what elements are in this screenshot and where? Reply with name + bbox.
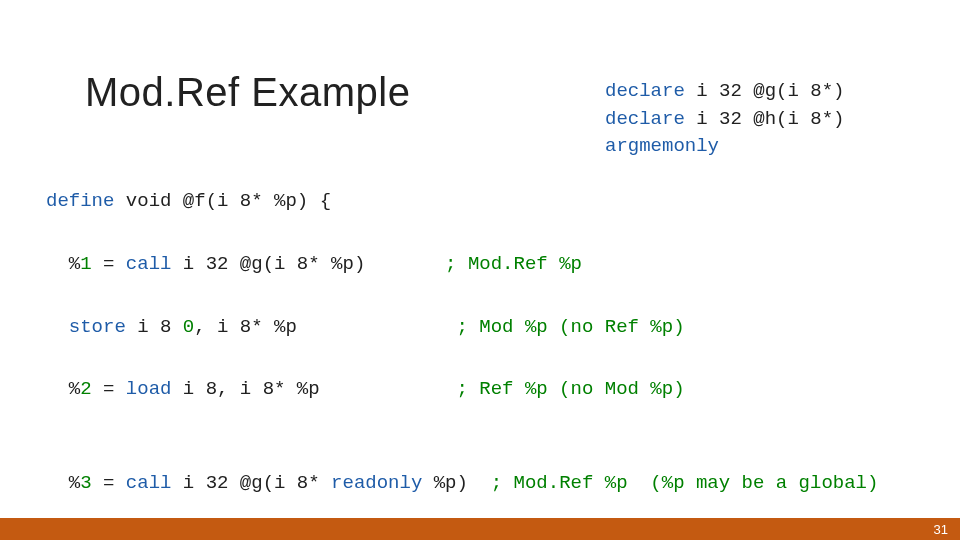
kw-load: load	[126, 378, 172, 400]
kw-argmemonly: argmemonly	[605, 135, 719, 157]
kw-call: call	[126, 472, 172, 494]
decl-2-mid: i 32 @h(i 8*)	[685, 108, 845, 130]
code-block: define void @f(i 8* %p) { %1 = call i 32…	[46, 155, 924, 540]
kw-declare: declare	[605, 108, 685, 130]
footer-bar: 31	[0, 518, 960, 540]
code-line-4: %2 = load i 8, i 8* %p ; Ref %p (no Mod …	[46, 374, 924, 405]
decl-line-1: declare i 32 @g(i 8*)	[605, 78, 960, 106]
code-line-6: %3 = call i 32 @g(i 8* readonly %p) ; Mo…	[46, 468, 924, 499]
code-line-2: %1 = call i 32 @g(i 8* %p) ; Mod.Ref %p	[46, 249, 924, 280]
page-number: 31	[934, 522, 948, 537]
comment: ; Mod.Ref %p (%p may be a global)	[491, 472, 879, 494]
decl-line-2: declare i 32 @h(i 8*) argmemonly	[605, 106, 960, 161]
decl-1-rest: i 32 @g(i 8*)	[685, 80, 845, 102]
slide: Mod.Ref Example declare i 32 @g(i 8*) de…	[0, 0, 960, 540]
comment: ; Ref %p (no Mod %p)	[457, 378, 685, 400]
kw-readonly: readonly	[331, 472, 422, 494]
code-line-1: define void @f(i 8* %p) {	[46, 186, 924, 217]
code-line-3: store i 8 0, i 8* %p ; Mod %p (no Ref %p…	[46, 312, 924, 343]
kw-define: define	[46, 190, 114, 212]
kw-store: store	[69, 316, 126, 338]
comment: ; Mod.Ref %p	[445, 253, 582, 275]
kw-declare: declare	[605, 80, 685, 102]
comment: ; Mod %p (no Ref %p)	[457, 316, 685, 338]
slide-title: Mod.Ref Example	[85, 70, 410, 115]
declarations-block: declare i 32 @g(i 8*) declare i 32 @h(i …	[605, 78, 960, 161]
kw-call: call	[126, 253, 172, 275]
